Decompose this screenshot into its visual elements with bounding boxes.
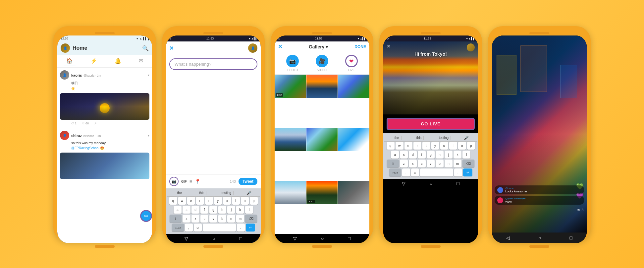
nav-bell[interactable]: 🔔 <box>112 57 124 65</box>
compose-text-input[interactable]: What's happening? <box>169 58 257 70</box>
key-j[interactable]: j <box>227 206 235 214</box>
suggestion-this-4[interactable]: this <box>414 136 424 140</box>
key-k-4[interactable]: k <box>454 151 461 159</box>
nav-home-3[interactable]: ○ <box>321 236 324 241</box>
suggestion-this-2[interactable]: this <box>197 191 207 195</box>
mic-icon-2[interactable]: 🎤 <box>246 191 251 195</box>
photo-cell-1[interactable]: 1:02 <box>275 75 306 98</box>
nav-home[interactable]: 🏠 <box>64 57 76 65</box>
gallery-close-button[interactable]: ✕ <box>278 43 282 50</box>
key-n-4[interactable]: n <box>445 160 453 168</box>
key-z[interactable]: z <box>183 215 190 223</box>
photo-cell-3[interactable] <box>338 75 369 98</box>
key-c-4[interactable]: c <box>418 160 426 168</box>
key-k[interactable]: k <box>236 206 244 214</box>
suggestion-testing-4[interactable]: testing <box>437 136 451 140</box>
key-x[interactable]: x <box>191 215 199 223</box>
key-comma[interactable]: , <box>185 224 193 232</box>
photo-cell-7[interactable] <box>275 181 306 204</box>
nav-back-3[interactable]: ▽ <box>293 236 297 241</box>
key-del[interactable]: ⌫ <box>245 215 257 223</box>
tweet-1-expand[interactable]: ▾ <box>148 73 149 77</box>
suggestion-the-4[interactable]: the <box>393 136 402 140</box>
key-h-4[interactable]: h <box>436 151 444 159</box>
key-u[interactable]: u <box>223 197 231 205</box>
key-a[interactable]: a <box>174 206 182 214</box>
key-w[interactable]: w <box>178 197 186 205</box>
key-d[interactable]: d <box>191 206 199 214</box>
gallery-done-button[interactable]: DONE <box>354 44 366 49</box>
key-v-4[interactable]: v <box>427 160 435 168</box>
key-d-4[interactable]: d <box>409 151 417 159</box>
key-t[interactable]: t <box>205 197 213 205</box>
tweet-send-button[interactable]: Tweet <box>239 178 257 185</box>
key-q[interactable]: q <box>169 197 177 205</box>
tweet-2-expand[interactable]: ▾ <box>148 134 149 137</box>
key-p-4[interactable]: p <box>467 142 475 150</box>
list-button[interactable]: ≡ <box>189 179 192 184</box>
key-h[interactable]: h <box>218 206 226 214</box>
key-e-4[interactable]: e <box>404 142 412 150</box>
nav-back-2[interactable]: ▽ <box>185 236 188 241</box>
key-b-4[interactable]: b <box>436 160 444 168</box>
key-del-4[interactable]: ⌫ <box>462 160 474 168</box>
key-space[interactable] <box>203 224 236 232</box>
key-o-4[interactable]: o <box>458 142 466 150</box>
compose-close-button[interactable]: ✕ <box>169 45 174 51</box>
key-a-4[interactable]: a <box>391 151 399 159</box>
nav-back-4[interactable]: ▽ <box>402 181 405 186</box>
key-s[interactable]: s <box>183 206 190 214</box>
key-n[interactable]: n <box>227 215 235 223</box>
key-m[interactable]: m <box>236 215 244 223</box>
tweet-2-link[interactable]: @FPRacingSchool 🤩 <box>60 146 149 150</box>
photo-cell-6[interactable] <box>338 128 369 151</box>
compose-fab-button[interactable]: ✏ <box>140 210 152 222</box>
nav-recents-3[interactable]: □ <box>348 236 350 241</box>
key-y[interactable]: y <box>214 197 222 205</box>
nav-lightning[interactable]: ⚡ <box>88 57 100 65</box>
photo-cell-2[interactable] <box>306 75 338 98</box>
key-b[interactable]: b <box>218 215 226 223</box>
location-button[interactable]: 📍 <box>195 179 200 184</box>
key-g-4[interactable]: g <box>427 151 435 159</box>
key-r[interactable]: r <box>196 197 204 205</box>
go-live-button[interactable]: GO LIVE <box>387 118 475 130</box>
nav-mail[interactable]: ✉ <box>136 57 146 65</box>
suggestion-the-2[interactable]: the <box>175 191 184 195</box>
key-u-4[interactable]: u <box>440 142 448 150</box>
photo-cell-9[interactable] <box>338 181 369 204</box>
key-g[interactable]: g <box>209 206 217 214</box>
gif-button[interactable]: GIF <box>181 180 187 183</box>
key-i-4[interactable]: i <box>449 142 457 150</box>
key-shift[interactable]: ⇧ <box>170 215 182 223</box>
key-sym-4[interactable]: ?123 <box>389 168 401 176</box>
key-w-4[interactable]: w <box>396 142 403 150</box>
nav-home-2[interactable]: ○ <box>212 236 215 241</box>
key-v[interactable]: v <box>209 215 217 223</box>
key-q-4[interactable]: q <box>387 142 395 150</box>
key-shift-4[interactable]: ⇧ <box>387 160 399 168</box>
key-c[interactable]: c <box>200 215 208 223</box>
key-m-4[interactable]: m <box>454 160 461 168</box>
key-j-4[interactable]: j <box>445 151 453 159</box>
photo-option[interactable]: 📷 PHOTO <box>286 55 299 72</box>
key-s-4[interactable]: s <box>400 151 408 159</box>
camera-button[interactable]: 📷 <box>169 177 179 186</box>
nav-recents-2[interactable]: □ <box>239 236 242 241</box>
photo-cell-4[interactable] <box>275 128 306 151</box>
key-l-4[interactable]: l <box>462 151 470 159</box>
nav-recents-5[interactable]: □ <box>570 235 572 240</box>
tweet-1-like[interactable]: ♡ 66 <box>82 122 89 125</box>
key-return[interactable]: ↵ <box>246 224 255 232</box>
key-emoji-4[interactable]: ☺ <box>411 168 419 176</box>
key-z-4[interactable]: z <box>400 160 408 168</box>
key-e[interactable]: e <box>187 197 195 205</box>
key-f[interactable]: f <box>200 206 208 214</box>
live-close-button[interactable]: ✕ <box>387 43 391 51</box>
key-i[interactable]: i <box>232 197 240 205</box>
nav-back-5[interactable]: ◁ <box>506 235 510 240</box>
key-o[interactable]: o <box>241 197 249 205</box>
key-x-4[interactable]: x <box>409 160 417 168</box>
live-option[interactable]: ❤ LIVE <box>345 55 358 72</box>
key-period[interactable]: . <box>237 224 245 232</box>
